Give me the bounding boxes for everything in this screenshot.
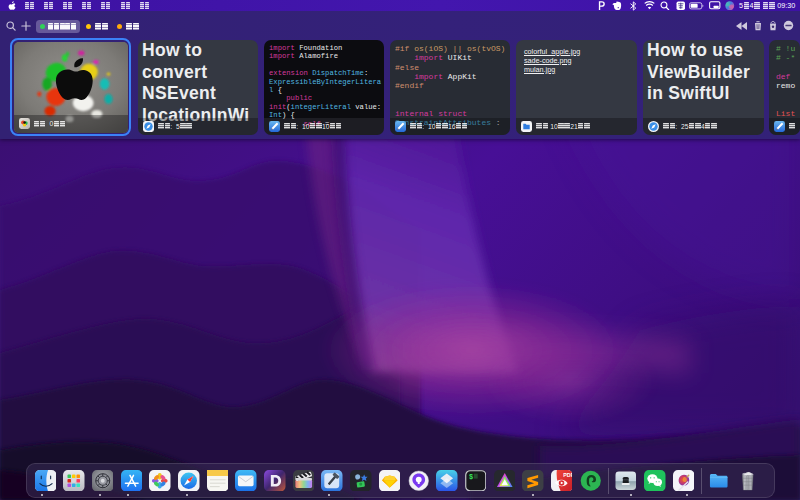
svg-text:$: $ bbox=[469, 473, 473, 481]
svg-text:PDF: PDF bbox=[563, 471, 572, 477]
